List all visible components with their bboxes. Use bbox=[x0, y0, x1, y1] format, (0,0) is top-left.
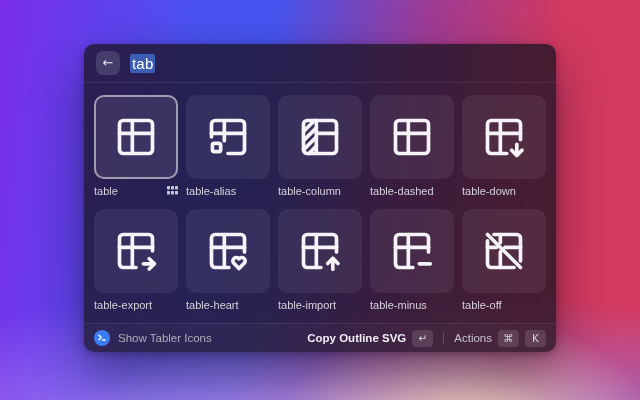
item-label-row: table bbox=[94, 184, 178, 197]
search-query-text: tab bbox=[130, 54, 155, 73]
grid-item-table-import[interactable]: table-import bbox=[278, 209, 362, 311]
grid-item-table-column[interactable]: table-column bbox=[278, 95, 362, 197]
item-label: table-heart bbox=[186, 299, 239, 311]
icon-cell[interactable] bbox=[186, 95, 270, 179]
icon-cell[interactable] bbox=[94, 209, 178, 293]
k-key-badge: K bbox=[525, 330, 546, 347]
table-heart-icon bbox=[206, 229, 250, 273]
cmd-key-badge: ⌘ bbox=[498, 330, 519, 347]
icon-cell[interactable] bbox=[186, 209, 270, 293]
back-button[interactable]: ← bbox=[96, 51, 120, 75]
footer-left: Show Tabler Icons bbox=[94, 330, 212, 346]
actions-button[interactable]: Actions bbox=[454, 332, 492, 344]
item-label: table-alias bbox=[186, 185, 236, 197]
table-off-icon bbox=[482, 229, 526, 273]
item-label-row: table-alias bbox=[186, 184, 270, 197]
command-title: Show Tabler Icons bbox=[118, 332, 212, 344]
table-icon bbox=[114, 115, 158, 159]
icon-cell[interactable] bbox=[278, 95, 362, 179]
desktop-wallpaper: ← tab tabletable-aliastable-columntable-… bbox=[0, 0, 640, 400]
grid-item-table-export[interactable]: table-export bbox=[94, 209, 178, 311]
enter-key-badge: ↵ bbox=[412, 330, 433, 347]
item-label-row: table-down bbox=[462, 184, 546, 197]
item-label: table bbox=[94, 185, 118, 197]
action-bar: Show Tabler Icons Copy Outline SVG ↵ Act… bbox=[84, 323, 556, 352]
item-label: table-down bbox=[462, 185, 516, 197]
item-label: table-column bbox=[278, 185, 341, 197]
item-label: table-dashed bbox=[370, 185, 434, 197]
item-label-row: table-column bbox=[278, 184, 362, 197]
item-label-row: table-export bbox=[94, 298, 178, 311]
grid-item-table-down[interactable]: table-down bbox=[462, 95, 546, 197]
icon-cell[interactable] bbox=[462, 209, 546, 293]
back-arrow-icon: ← bbox=[103, 55, 114, 70]
item-label: table-import bbox=[278, 299, 336, 311]
icon-cell[interactable] bbox=[370, 95, 454, 179]
grid-item-table-off[interactable]: table-off bbox=[462, 209, 546, 311]
icon-cell[interactable] bbox=[278, 209, 362, 293]
item-label-row: table-import bbox=[278, 298, 362, 311]
search-bar: ← tab bbox=[84, 44, 556, 83]
grid-item-table-minus[interactable]: table-minus bbox=[370, 209, 454, 311]
table-export-icon bbox=[114, 229, 158, 273]
item-label-row: table-off bbox=[462, 298, 546, 311]
tabler-logo-icon bbox=[94, 330, 110, 346]
item-label-row: table-minus bbox=[370, 298, 454, 311]
icon-grid: tabletable-aliastable-columntable-dashed… bbox=[84, 83, 556, 323]
table-down-icon bbox=[482, 115, 526, 159]
grid-item-table[interactable]: table bbox=[94, 95, 178, 197]
icon-search-window: ← tab tabletable-aliastable-columntable-… bbox=[84, 44, 556, 352]
footer-right: Copy Outline SVG ↵ Actions ⌘ K bbox=[307, 330, 546, 347]
table-dashed-icon bbox=[390, 115, 434, 159]
footer-divider bbox=[443, 332, 444, 344]
variants-indicator-icon bbox=[167, 186, 178, 195]
item-label: table-off bbox=[462, 299, 502, 311]
table-alias-icon bbox=[206, 115, 250, 159]
primary-action-button[interactable]: Copy Outline SVG bbox=[307, 332, 406, 344]
item-label-row: table-dashed bbox=[370, 184, 454, 197]
grid-item-table-heart[interactable]: table-heart bbox=[186, 209, 270, 311]
grid-item-table-alias[interactable]: table-alias bbox=[186, 95, 270, 197]
table-import-icon bbox=[298, 229, 342, 273]
item-label-row: table-heart bbox=[186, 298, 270, 311]
table-column-icon bbox=[298, 115, 342, 159]
icon-cell[interactable] bbox=[94, 95, 178, 179]
grid-item-table-dashed[interactable]: table-dashed bbox=[370, 95, 454, 197]
item-label: table-export bbox=[94, 299, 152, 311]
search-input[interactable]: tab bbox=[130, 55, 155, 72]
icon-cell[interactable] bbox=[370, 209, 454, 293]
icon-cell[interactable] bbox=[462, 95, 546, 179]
table-minus-icon bbox=[390, 229, 434, 273]
item-label: table-minus bbox=[370, 299, 427, 311]
